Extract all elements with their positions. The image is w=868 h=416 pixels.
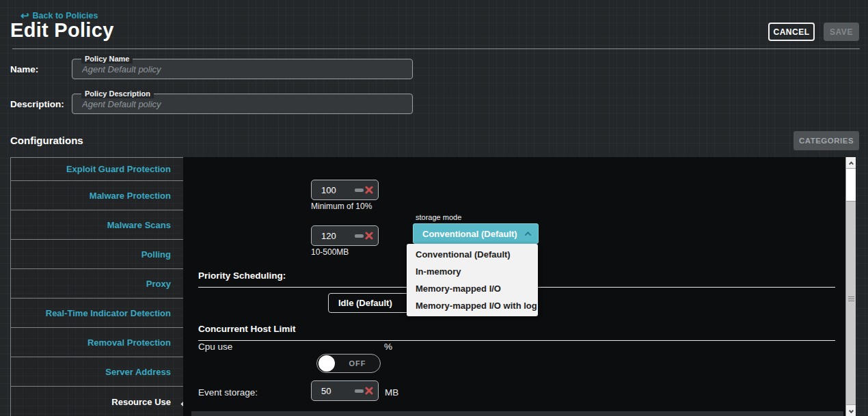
clear-icon[interactable] xyxy=(365,232,373,240)
cpu-use-hint: Minimum of 10% xyxy=(311,202,372,211)
event-storage-input-box xyxy=(311,225,379,246)
sidebar-item-server-address[interactable]: Server Address xyxy=(11,357,183,387)
resource-use-panel: Cpu use % Minimum of 10% Event storage: xyxy=(183,157,845,416)
concurrent-host-limit-toggle[interactable]: OFF xyxy=(316,354,381,373)
cpu-use-label: Cpu use xyxy=(198,342,232,352)
scroll-down-button[interactable] xyxy=(846,404,856,416)
priority-scheduling-selected: Idle (Default) xyxy=(338,298,392,308)
sidebar-item-exploit-guard-protection[interactable]: Exploit Guard Protection xyxy=(11,158,183,181)
concurrent-section-divider xyxy=(198,340,835,341)
storage-mode-label: storage mode xyxy=(416,213,461,221)
sidebar-item-removal-protection[interactable]: Removal Protection xyxy=(11,328,183,357)
policy-description-input[interactable] xyxy=(72,94,412,113)
scroll-up-button[interactable] xyxy=(846,157,856,169)
sidebar-item-real-time-indicator-detection[interactable]: Real-Time Indicator Detection xyxy=(11,299,183,328)
event-storage-hint: 10-500MB xyxy=(311,247,349,257)
header-divider xyxy=(12,48,860,49)
concurrent-host-limit-heading: Concurrent Host Limit xyxy=(198,324,296,334)
storage-mode-option-memory-mapped[interactable]: Memory-mapped I/O xyxy=(407,280,538,297)
toggle-knob xyxy=(318,355,335,372)
event-storage-label: Event storage: xyxy=(198,387,258,398)
description-label: Description: xyxy=(10,99,64,109)
cpu-use-unit: % xyxy=(384,342,392,352)
storage-mode-selected: Conventional (Default) xyxy=(422,229,517,239)
limit-concurrent-tasks-input[interactable] xyxy=(312,386,347,396)
slider-icon xyxy=(355,389,364,393)
cancel-button[interactable]: CANCEL xyxy=(768,23,815,41)
limit-concurrent-tasks-input-box xyxy=(311,380,379,401)
sidebar-item-malware-protection[interactable]: Malware Protection xyxy=(11,181,183,210)
slider-icon xyxy=(355,189,364,192)
storage-mode-option-memory-mapped-log[interactable]: Memory-mapped I/O with log xyxy=(407,297,538,314)
slider-icon xyxy=(355,234,364,238)
clear-icon[interactable] xyxy=(365,387,373,395)
cpu-use-input[interactable] xyxy=(312,185,347,195)
cpu-use-input-box xyxy=(311,180,379,200)
configurations-heading: Configurations xyxy=(10,135,83,146)
priority-scheduling-heading: Priority Scheduling: xyxy=(198,271,286,281)
toggle-state-label: OFF xyxy=(335,359,380,368)
vertical-scrollbar[interactable] xyxy=(845,157,856,416)
event-storage-unit: MB xyxy=(385,387,398,398)
clear-icon[interactable] xyxy=(365,186,373,194)
name-label: Name: xyxy=(10,64,38,74)
sidebar-item-polling[interactable]: Polling xyxy=(11,240,183,269)
policy-name-fieldset: Policy Name xyxy=(72,59,413,79)
configuration-sidebar: Exploit Guard Protection Malware Protect… xyxy=(10,157,183,416)
policy-name-input[interactable] xyxy=(72,59,412,79)
scrollbar-grip-icon[interactable] xyxy=(848,295,854,303)
storage-mode-option-in-memory[interactable]: In-memory xyxy=(407,263,538,280)
edit-policy-page: ↩ Back to Policies Edit Policy CANCEL SA… xyxy=(0,0,868,416)
storage-mode-option-conventional[interactable]: Conventional (Default) xyxy=(407,246,538,263)
scrollbar-thumb[interactable] xyxy=(846,169,856,202)
chevron-down-icon xyxy=(848,408,853,413)
storage-mode-dropdown[interactable]: Conventional (Default) xyxy=(413,223,539,244)
page-title: Edit Policy xyxy=(10,19,114,42)
sidebar-item-malware-scans[interactable]: Malware Scans xyxy=(11,210,183,240)
sidebar-item-resource-use[interactable]: Resource Use xyxy=(11,387,183,416)
categories-button[interactable]: CATEGORIES xyxy=(794,131,859,150)
sidebar-item-proxy[interactable]: Proxy xyxy=(11,269,183,299)
storage-mode-options-list: Conventional (Default) In-memory Memory-… xyxy=(407,244,538,316)
event-storage-input[interactable] xyxy=(312,231,347,241)
chevron-up-icon xyxy=(525,231,532,238)
chevron-up-icon xyxy=(848,161,853,166)
policy-description-fieldset: Policy Description xyxy=(72,94,413,114)
horizontal-scrollbar-track[interactable] xyxy=(191,411,843,416)
save-button[interactable]: SAVE xyxy=(824,23,859,41)
